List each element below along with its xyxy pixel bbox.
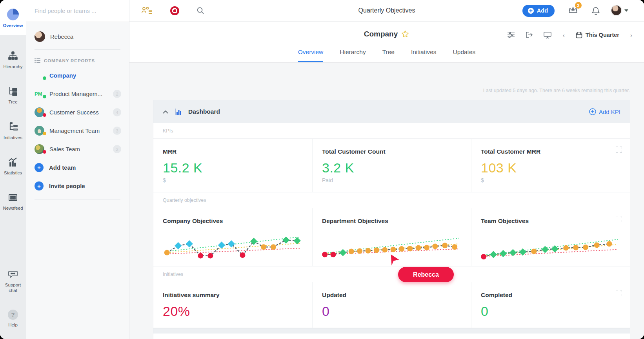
rail-label: Support chat [1, 283, 25, 293]
tab-hierarchy[interactable]: Hierarchy [340, 49, 366, 62]
rail-item-newsfeed[interactable]: Newsfeed [0, 187, 26, 216]
sidebar-item-management-team[interactable]: Management Team 3 [26, 121, 129, 140]
statistics-icon [7, 157, 18, 168]
action-label: Invite people [49, 183, 85, 189]
rail-item-initiatives[interactable]: Initiatives [0, 116, 26, 145]
rail-item-overview[interactable]: Overview [0, 0, 26, 35]
expand-icon[interactable] [616, 147, 622, 153]
team-directory-icon[interactable] [141, 6, 153, 15]
add-button[interactable]: Add [522, 5, 555, 17]
next-section-header-partial [153, 328, 630, 334]
search-icon[interactable] [196, 7, 204, 15]
avatar [35, 31, 45, 42]
company-target-icon[interactable] [170, 6, 179, 15]
prev-period-chevron[interactable]: ‹ [562, 32, 566, 38]
initiatives-updated-card[interactable]: Updated 0 [312, 282, 471, 328]
notifications-bell-icon[interactable] [591, 6, 600, 16]
content-area: Last updated 5 days ago. There are 6 wee… [129, 63, 644, 339]
kpi-card-mrr[interactable]: MRR 15.2 K $ [153, 139, 312, 192]
card-title: Updated [322, 292, 462, 299]
expand-icon[interactable] [616, 290, 622, 296]
tree-icon [7, 86, 18, 97]
tab-initiatives[interactable]: Initiatives [411, 49, 437, 62]
company-reports-header: COMPANY REPORTS [35, 58, 129, 63]
plus-circle-icon [589, 108, 596, 115]
calendar-icon [576, 32, 582, 38]
kpi-title: MRR [163, 148, 303, 155]
tab-overview[interactable]: Overview [298, 49, 324, 62]
objective-card-team[interactable]: Team Objectives [471, 208, 630, 266]
presentation-icon[interactable] [543, 31, 552, 39]
sidebar-item-product-management[interactable]: PM Product Managem... 2 [26, 85, 129, 103]
card-value: 0 [481, 304, 620, 319]
rail-item-tree[interactable]: Tree [0, 81, 26, 110]
rail-label: Overview [3, 23, 23, 28]
page-title: Quarterly Objectives [358, 7, 415, 14]
objective-card-company[interactable]: Company Objectives [153, 208, 312, 266]
rail-label: Statistics [4, 170, 22, 176]
filter-sliders-icon[interactable] [507, 31, 515, 38]
app-window: Overview Hierarchy Tree [0, 0, 644, 339]
rail-item-statistics[interactable]: Statistics [0, 152, 26, 181]
last-updated-text: Last updated 5 days ago. There are 6 wee… [483, 88, 630, 93]
star-favorite-icon[interactable] [401, 30, 409, 38]
dashboard-panel: Dashboard Add KPI KPIs MRR [153, 100, 630, 339]
sidebar-item-company[interactable]: Company [26, 66, 129, 85]
user-name: Rebecca [50, 33, 73, 40]
report-label: Company [49, 72, 76, 79]
invite-people-button[interactable]: + Invite people [26, 177, 129, 195]
count-badge: 2 [113, 145, 121, 153]
rail-label: Initiatives [4, 135, 22, 140]
kpi-card-total-customer-count[interactable]: Total Customer Count 3.2 K Paid [312, 139, 471, 192]
kpi-unit: $ [481, 177, 620, 183]
section-label-kpis: KPIs [153, 123, 630, 139]
hierarchy-icon [7, 51, 18, 62]
kpi-value: 3.2 K [322, 160, 462, 176]
divider [35, 49, 120, 50]
report-label: Customer Success [49, 109, 99, 116]
sidebar-item-sales-team[interactable]: Sales Team 2 [26, 140, 129, 158]
tab-tree[interactable]: Tree [382, 49, 395, 62]
account-menu[interactable] [611, 5, 628, 16]
avatar [35, 126, 45, 136]
sidebar-user-row[interactable]: Rebecca [26, 22, 129, 43]
rail-label: Tree [8, 100, 17, 105]
team-sidebar: Rebecca COMPANY REPORTS Company PM Produ… [26, 0, 129, 339]
next-period-chevron[interactable]: › [629, 32, 633, 38]
kpi-value: 15.2 K [163, 160, 303, 176]
expand-icon[interactable] [616, 216, 622, 222]
kpi-unit: $ [163, 177, 303, 183]
rail-item-hierarchy[interactable]: Hierarchy [0, 45, 26, 74]
plus-circle-icon [528, 7, 534, 14]
tab-updates[interactable]: Updates [453, 49, 476, 62]
add-kpi-button[interactable]: Add KPI [589, 108, 620, 115]
card-title: Initiatives summary [163, 292, 303, 299]
add-team-button[interactable]: + Add team [26, 158, 129, 177]
chart-title: Company Objectives [163, 218, 303, 225]
collapse-chevron-icon[interactable] [163, 110, 168, 114]
initiatives-summary-card[interactable]: Initiatives summary 20% [153, 282, 312, 328]
upgrade-crown-icon[interactable]: 3 [568, 5, 578, 15]
card-value: 0 [322, 304, 462, 319]
kpi-card-total-customer-mrr[interactable]: Total Customer MRR 103 K $ [471, 139, 630, 192]
period-selector[interactable]: This Quarter [576, 32, 619, 38]
count-badge: 2 [113, 90, 121, 98]
count-badge: 3 [113, 127, 121, 135]
avatar [611, 5, 622, 16]
cursor-arrow-icon [387, 254, 400, 268]
avatar [35, 107, 45, 118]
action-label: Add team [49, 164, 76, 171]
bar-chart-icon [175, 108, 182, 115]
plus-icon: + [35, 163, 44, 172]
crown-badge: 3 [575, 2, 582, 9]
kpi-unit: Paid [322, 177, 462, 183]
dashboard-header: Dashboard Add KPI [153, 100, 630, 123]
search-input[interactable] [26, 0, 129, 22]
rail-item-support-chat[interactable]: Support chat [0, 264, 26, 298]
rail-item-help[interactable]: ? Help [0, 305, 26, 333]
initiatives-completed-card[interactable]: Completed 0 [471, 282, 630, 328]
card-value: 20% [163, 304, 303, 319]
sidebar-item-customer-success[interactable]: Customer Success 4 [26, 103, 129, 121]
export-icon[interactable] [525, 31, 533, 39]
remote-cursor: Rebecca [387, 254, 400, 270]
